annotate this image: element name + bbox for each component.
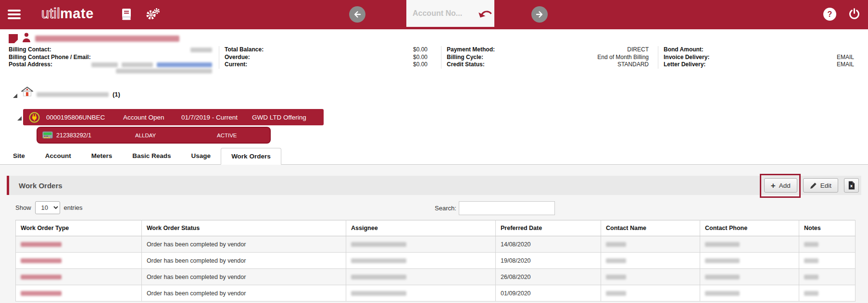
site-house-icon[interactable] xyxy=(21,86,33,99)
redacted-assignee xyxy=(351,242,406,247)
excel-file-icon: x xyxy=(848,181,855,190)
table-search-input[interactable] xyxy=(459,201,555,215)
book-icon[interactable] xyxy=(122,9,131,22)
table-row[interactable]: Order has been completed by vendor 19/08… xyxy=(16,253,855,269)
col-contact-name[interactable]: Contact Name xyxy=(601,220,700,236)
search-label: Search: xyxy=(435,205,456,212)
add-button[interactable]: Add xyxy=(764,178,797,193)
tab-work-orders[interactable]: Work Orders xyxy=(221,148,281,165)
add-button-label: Add xyxy=(779,182,791,189)
redacted-phone-value xyxy=(91,62,118,67)
meter-tree-node[interactable]: 212383292/1 ALLDAY ACTIVE xyxy=(37,127,271,144)
top-navigation-bar: utilmate xyxy=(0,0,868,29)
payment-method-value: DIRECT xyxy=(627,46,649,54)
col-notes[interactable]: Notes xyxy=(799,220,855,236)
logout-power-icon[interactable] xyxy=(848,8,860,22)
notes-icon[interactable] xyxy=(9,34,18,43)
credit-status-value: STANDARD xyxy=(617,61,649,69)
redacted-postal-address-value xyxy=(116,69,212,73)
billing-column: Payment Method:DIRECT Billing Cycle:End … xyxy=(441,46,649,69)
current-label: Current: xyxy=(225,61,247,69)
pencil-icon xyxy=(810,182,817,189)
credit-status-label: Credit Status: xyxy=(447,61,485,69)
col-work-order-status[interactable]: Work Order Status xyxy=(142,220,346,236)
account-number: 0000195806UNBEC xyxy=(46,114,123,121)
table-controls: Show 10 entries Search: xyxy=(7,201,861,216)
billing-contact-label: Billing Contact: xyxy=(9,46,51,54)
collapse-arrow-icon[interactable] xyxy=(13,91,17,100)
work-order-status-cell: Order has been completed by vendor xyxy=(142,253,346,269)
preferred-date-cell: 26/08/2020 xyxy=(496,269,601,285)
overdue-label: Overdue: xyxy=(225,54,250,61)
panel-title: Work Orders xyxy=(19,182,63,190)
contact-person-icon[interactable] xyxy=(22,33,31,45)
total-balance-label: Total Balance: xyxy=(225,46,264,54)
invoice-delivery-label: Invoice Delivery: xyxy=(664,54,709,61)
collapse-arrow-icon[interactable] xyxy=(17,114,22,122)
redacted-assignee xyxy=(351,258,406,263)
redacted-notes xyxy=(804,242,818,247)
account-summary-panel: Billing Contact: Billing Contact Phone /… xyxy=(0,29,868,80)
billing-cycle-label: Billing Cycle: xyxy=(447,54,483,61)
table-row[interactable]: Order has been completed by vendor 01/09… xyxy=(16,285,855,302)
svg-text:x: x xyxy=(850,183,853,188)
next-account-button[interactable] xyxy=(531,6,548,23)
bond-amount-label: Bond Amount: xyxy=(664,46,704,54)
account-offering: GWD LTD Offering xyxy=(252,114,324,121)
export-excel-button[interactable]: x xyxy=(844,178,859,193)
col-preferred-date[interactable]: Preferred Date xyxy=(496,220,601,236)
tab-site[interactable]: Site xyxy=(3,148,35,164)
redacted-assignee xyxy=(351,291,406,296)
account-search-box xyxy=(406,0,494,27)
preferred-date-cell: 19/08/2020 xyxy=(496,253,601,269)
help-icon[interactable] xyxy=(823,8,836,21)
delivery-column: Bond Amount: Invoice Delivery:EMAIL Lett… xyxy=(658,46,854,69)
payment-method-label: Payment Method: xyxy=(447,46,495,54)
tab-bar: Site Account Meters Basic Reads Usage Wo… xyxy=(0,147,868,165)
preferred-date-cell: 14/08/2020 xyxy=(496,236,601,253)
redacted-notes xyxy=(804,258,818,263)
postal-address-label: Postal Address: xyxy=(9,61,52,69)
redacted-notes xyxy=(804,275,818,279)
letter-delivery-label: Letter Delivery: xyxy=(664,61,705,69)
redacted-contact-phone xyxy=(705,242,740,247)
arrow-right-icon xyxy=(535,10,544,19)
edit-button[interactable]: Edit xyxy=(803,178,838,193)
redacted-contact-name xyxy=(606,291,626,296)
col-assignee[interactable]: Assignee xyxy=(346,220,496,236)
meter-device-icon xyxy=(42,131,53,139)
previous-account-button[interactable] xyxy=(349,6,365,23)
redacted-contact-phone xyxy=(705,258,740,263)
redacted-contact-name xyxy=(606,275,626,279)
meter-number: 212383292/1 xyxy=(56,132,135,139)
redacted-assignee xyxy=(351,275,406,279)
plus-icon xyxy=(771,182,776,190)
work-orders-table: Work Order Type Work Order Status Assign… xyxy=(15,220,855,302)
redacted-work-order-type xyxy=(21,258,62,263)
table-header-row: Work Order Type Work Order Status Assign… xyxy=(16,220,855,236)
account-status: Account Open xyxy=(123,114,181,121)
site-meter-count: (1) xyxy=(113,91,120,98)
redacted-account-title xyxy=(35,36,179,42)
billing-phone-email-label: Billing Contact Phone / Email: xyxy=(9,54,91,61)
tab-account[interactable]: Account xyxy=(35,148,81,164)
redacted-email-link[interactable] xyxy=(157,62,212,67)
tab-basic-reads[interactable]: Basic Reads xyxy=(122,148,181,164)
table-row[interactable]: Order has been completed by vendor 26/08… xyxy=(16,269,855,285)
col-work-order-type[interactable]: Work Order Type xyxy=(16,220,142,236)
current-value: $0.00 xyxy=(413,61,428,69)
menu-icon[interactable] xyxy=(8,10,21,21)
account-tree-node[interactable]: 0000195806UNBEC Account Open 01/7/2019 -… xyxy=(23,109,324,125)
overdue-value: $0.00 xyxy=(413,54,428,61)
settings-gears-icon[interactable] xyxy=(146,8,160,23)
page-size-select[interactable]: 10 xyxy=(35,201,60,214)
arrow-left-icon xyxy=(352,10,362,19)
total-balance-value: $0.00 xyxy=(413,46,428,54)
table-row[interactable]: Order has been completed by vendor 14/08… xyxy=(16,236,855,253)
reset-search-icon[interactable] xyxy=(478,6,492,23)
account-number-input[interactable] xyxy=(406,0,474,27)
tab-meters[interactable]: Meters xyxy=(81,148,123,164)
redacted-site-address xyxy=(37,92,109,97)
col-contact-phone[interactable]: Contact Phone xyxy=(700,220,799,236)
tab-usage[interactable]: Usage xyxy=(181,148,221,164)
